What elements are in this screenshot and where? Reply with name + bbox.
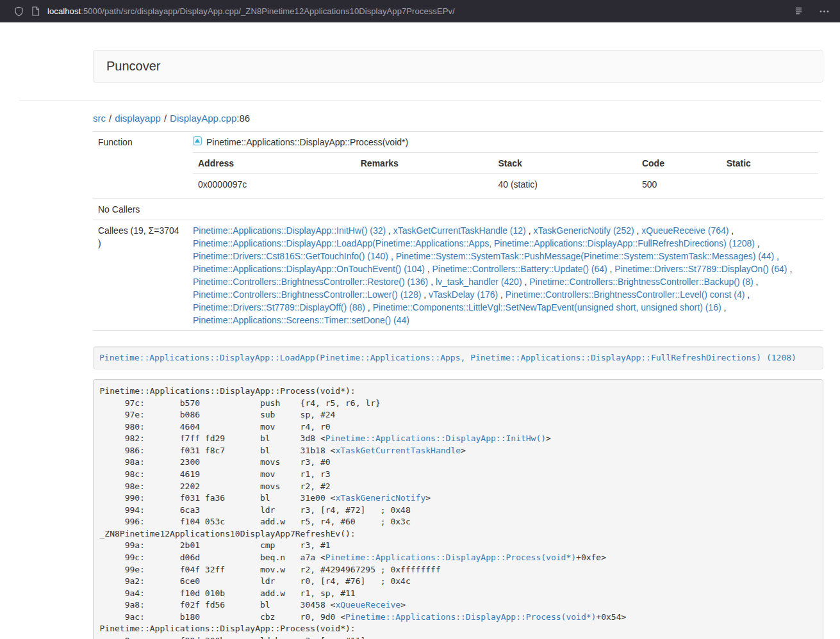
- callee-link[interactable]: Pinetime::Controllers::BrightnessControl…: [506, 289, 745, 300]
- shield-icon[interactable]: [10, 3, 27, 20]
- url-path: :5000/path/src/displayapp/DisplayApp.cpp…: [81, 6, 455, 16]
- callee-link[interactable]: xQueueReceive (764): [641, 225, 729, 236]
- callee-link[interactable]: Pinetime::Applications::DisplayApp::Init…: [193, 225, 386, 236]
- breadcrumb: src/displayapp/DisplayApp.cpp:86: [93, 113, 823, 124]
- url-bar[interactable]: localhost:5000/path/src/displayapp/Displ…: [47, 6, 784, 16]
- function-name: Pinetime::Applications::DisplayApp::Proc…: [206, 136, 408, 149]
- divider: [19, 101, 821, 101]
- callee-link[interactable]: xTaskGetCurrentTaskHandle (12): [393, 225, 526, 236]
- callee-link[interactable]: Pinetime::Applications::DisplayApp::Load…: [193, 238, 755, 248]
- callee-link[interactable]: Pinetime::Applications::DisplayApp::OnTo…: [193, 264, 425, 274]
- stack-value: 40 (static): [493, 174, 636, 195]
- callee-link[interactable]: Pinetime::Applications::Screens::Timer::…: [193, 315, 409, 325]
- callee-link[interactable]: vTaskDelay (176): [429, 289, 498, 300]
- page-info-icon[interactable]: [27, 3, 44, 20]
- symbol-link[interactable]: Pinetime::Applications::DisplayApp::Proc…: [345, 612, 596, 622]
- callee-link[interactable]: Pinetime::System::SystemTask::PushMessag…: [396, 251, 775, 261]
- breadcrumb-separator: /: [164, 113, 167, 124]
- no-callers-row: No Callers: [93, 199, 823, 220]
- symbol-table: Function Pinetime::Applications::Display…: [93, 131, 823, 331]
- highlighted-callee-link[interactable]: Pinetime::Applications::DisplayApp::Load…: [99, 353, 796, 362]
- breadcrumb-separator: /: [109, 113, 111, 124]
- no-callers-label: No Callers: [93, 199, 188, 220]
- column-remarks: Remarks: [356, 153, 493, 174]
- callees-cell: Pinetime::Applications::DisplayApp::Init…: [188, 220, 823, 331]
- more-menu-icon[interactable]: [816, 3, 832, 20]
- function-row: Function Pinetime::Applications::Display…: [93, 132, 823, 199]
- breadcrumb-file[interactable]: DisplayApp.cpp: [170, 113, 236, 124]
- address-value: 0x0000097c: [193, 174, 356, 195]
- callee-link[interactable]: Pinetime::Controllers::BrightnessControl…: [529, 277, 753, 287]
- page-content: Puncover src/displayapp/DisplayApp.cpp:8…: [0, 22, 840, 639]
- breadcrumb-line-number: :86: [236, 113, 250, 124]
- static-value: [721, 174, 818, 195]
- symbol-link[interactable]: xTaskGetCurrentTaskHandle: [335, 446, 461, 455]
- column-address: Address: [193, 153, 356, 174]
- callee-link[interactable]: lv_task_handler (420): [436, 277, 522, 287]
- remarks-value: [356, 174, 493, 195]
- metrics-table: Address Remarks Stack Code Static 0x0000…: [193, 152, 818, 195]
- callee-link[interactable]: Pinetime::Controllers::BrightnessControl…: [193, 289, 421, 300]
- column-static: Static: [721, 153, 818, 174]
- callee-link[interactable]: Pinetime::Components::LittleVgl::SetNewT…: [373, 302, 721, 312]
- symbol-link[interactable]: Pinetime::Applications::DisplayApp::Init…: [325, 433, 546, 443]
- callee-link[interactable]: Pinetime::Drivers::St7789::DisplayOn() (…: [614, 264, 787, 274]
- function-type-icon: [193, 136, 202, 149]
- callee-link[interactable]: xTaskGenericNotify (252): [533, 225, 634, 236]
- breadcrumb-src[interactable]: src: [93, 113, 106, 124]
- page-title: Puncover: [106, 59, 161, 73]
- metrics-header-row: Address Remarks Stack Code Static: [193, 153, 818, 174]
- breadcrumb-displayapp[interactable]: displayapp: [115, 113, 161, 124]
- callee-link[interactable]: Pinetime::Drivers::St7789::DisplayOff() …: [193, 302, 365, 312]
- callee-link[interactable]: Pinetime::Controllers::Battery::Update()…: [432, 264, 607, 274]
- callees-row: Callees (19, Σ=3704 ) Pinetime::Applicat…: [93, 220, 823, 331]
- column-code: Code: [637, 153, 721, 174]
- symbol-link[interactable]: xTaskGenericNotify: [335, 493, 425, 503]
- code-value: 500: [637, 174, 721, 195]
- site-header: Puncover: [93, 50, 823, 83]
- reader-mode-icon[interactable]: [790, 3, 807, 20]
- browser-toolbar: localhost:5000/path/src/displayapp/Displ…: [0, 0, 840, 22]
- callee-link[interactable]: Pinetime::Controllers::BrightnessControl…: [193, 277, 428, 287]
- highlighted-callee-box: Pinetime::Applications::DisplayApp::Load…: [93, 346, 823, 369]
- callers-cell: [188, 199, 823, 220]
- callee-link[interactable]: Pinetime::Drivers::Cst816S::GetTouchInfo…: [193, 251, 388, 261]
- metrics-value-row: 0x0000097c 40 (static) 500: [193, 174, 818, 195]
- column-stack: Stack: [493, 153, 636, 174]
- symbol-link[interactable]: xQueueReceive: [335, 600, 400, 610]
- callees-label: Callees (19, Σ=3704 ): [93, 220, 188, 331]
- symbol-link[interactable]: Pinetime::Applications::DisplayApp::Proc…: [325, 553, 576, 562]
- disassembly-listing: Pinetime::Applications::DisplayApp::Proc…: [93, 379, 823, 639]
- function-row-label: Function: [93, 132, 188, 199]
- url-host: localhost: [47, 6, 81, 16]
